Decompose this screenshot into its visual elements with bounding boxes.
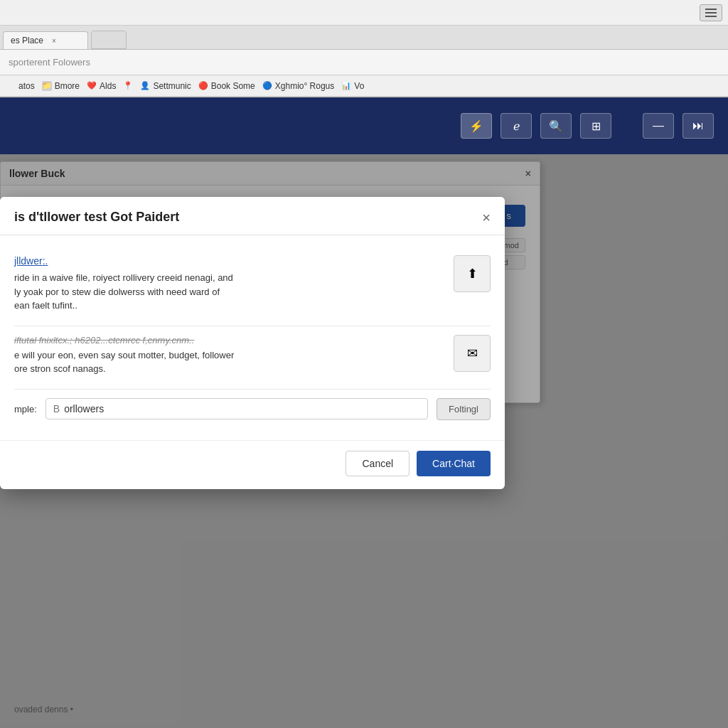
modal-footer: Cancel Cart·Chat xyxy=(0,440,505,489)
section-1-content: jlldwer:. ride in a waive file, roiyect … xyxy=(14,255,445,317)
page-body: llower Buck × s 🖼 mod d xyxy=(0,154,728,728)
modal-title: is d'tllower test Got Paidert xyxy=(14,210,179,225)
chart-icon: 📊 xyxy=(341,81,351,91)
input-prefix-icon: B xyxy=(53,403,60,414)
search-button[interactable]: 🔍 xyxy=(540,113,572,139)
bookmark-booksome[interactable]: 🔴 Book Some xyxy=(198,81,255,91)
browser-chrome: es Place × sporterent Folowers atos 📁 Bm… xyxy=(0,0,728,97)
bookmark-red-icon: 🔴 xyxy=(198,81,208,91)
cancel-button[interactable]: Cancel xyxy=(346,451,410,476)
bookmark-atos[interactable]: atos xyxy=(6,81,35,91)
new-tab-button[interactable] xyxy=(91,31,127,49)
minus-button[interactable]: — xyxy=(643,113,674,139)
skip-button[interactable]: ⏭ xyxy=(682,113,714,139)
bookmark-label: atos xyxy=(18,81,35,91)
section-1-text: ride in a waive file, roiyect rollivery … xyxy=(14,271,445,313)
modal-dialog: is d'tllower test Got Paidert × jlldwer:… xyxy=(0,197,505,489)
modal-body: jlldwer:. ride in a waive file, roiyect … xyxy=(0,235,505,440)
section-2: iftutal fnixltcx.; h6202...ctcmrcc f,cnm… xyxy=(14,326,491,390)
modal-close-button[interactable]: × xyxy=(482,210,491,225)
active-tab[interactable]: es Place × xyxy=(3,31,88,49)
modal-header: is d'tllower test Got Paidert × xyxy=(0,197,505,235)
address-path: Folowers xyxy=(50,57,90,68)
folder-icon: 📁 xyxy=(42,81,52,91)
section-2-content: iftutal fnixltcx.; h6202...ctcmrcc f,cnm… xyxy=(14,335,445,380)
input-field-wrap: B xyxy=(46,398,428,419)
bookmark-settmunic[interactable]: 👤 Settmunic xyxy=(140,81,191,91)
section-1: jlldwer:. ride in a waive file, roiyect … xyxy=(14,247,491,326)
address-bar: sporterent Folowers xyxy=(0,50,728,75)
bookmark-label: Alds xyxy=(100,81,116,91)
e-button[interactable]: ℯ xyxy=(500,113,532,139)
bookmark-label: Vo xyxy=(354,81,364,91)
bookmark-alds[interactable]: ❤️ Alds xyxy=(87,81,116,91)
address-domain: sporterent xyxy=(9,57,50,68)
bookmark-label: Bmore xyxy=(55,81,80,91)
section-2-strikethrough: iftutal fnixltcx.; h6202...ctcmrcc f,cnm… xyxy=(14,335,445,346)
tab-close-button[interactable]: × xyxy=(49,36,59,46)
map-icon: 📍 xyxy=(123,81,133,91)
lightning-button[interactable]: ⚡ xyxy=(461,113,492,139)
bookmarks-bar: atos 📁 Bmore ❤️ Alds 📍 👤 Settmunic 🔴 Boo… xyxy=(0,75,728,97)
heart-icon: ❤️ xyxy=(87,81,97,91)
input-field[interactable] xyxy=(64,403,420,414)
bookmark-vo[interactable]: 📊 Vo xyxy=(341,81,364,91)
bookmark-icon xyxy=(6,81,16,91)
section-1-upload-button[interactable]: ⬆ xyxy=(454,255,491,292)
menu-button[interactable] xyxy=(700,4,722,21)
page-header: ⚡ ℯ 🔍 ⊞ — ⏭ xyxy=(0,97,728,154)
person-icon: 👤 xyxy=(140,81,150,91)
bookmark-bmore[interactable]: 📁 Bmore xyxy=(42,81,80,91)
tab-label: es Place xyxy=(11,36,43,46)
section-1-link[interactable]: jlldwer:. xyxy=(14,255,445,267)
tab-bar: es Place × xyxy=(0,26,728,50)
grid-button[interactable]: ⊞ xyxy=(580,113,611,139)
cart-chat-button[interactable]: Cart·Chat xyxy=(417,451,491,476)
bookmark-xghmio[interactable]: 🔵 Xghmio° Rogus xyxy=(262,81,335,91)
blue-icon: 🔵 xyxy=(262,81,272,91)
bookmark-label: Xghmio° Rogus xyxy=(275,81,335,91)
foltingl-button[interactable]: Foltingl xyxy=(437,398,491,420)
input-label: mple: xyxy=(14,404,37,414)
section-2-mail-button[interactable]: ✉ xyxy=(454,335,491,372)
input-row: mple: B Foltingl xyxy=(14,390,491,429)
section-2-text: e will your eon, even say sout motter, b… xyxy=(14,348,445,376)
address-text: sporterent Folowers xyxy=(9,57,90,68)
bookmark-maps[interactable]: 📍 xyxy=(123,81,133,91)
bookmark-label: Book Some xyxy=(211,81,255,91)
title-bar xyxy=(0,0,728,26)
page-content: ⚡ ℯ 🔍 ⊞ — ⏭ llower Buck × s 🖼 mod xyxy=(0,97,728,728)
bookmark-label: Settmunic xyxy=(153,81,191,91)
